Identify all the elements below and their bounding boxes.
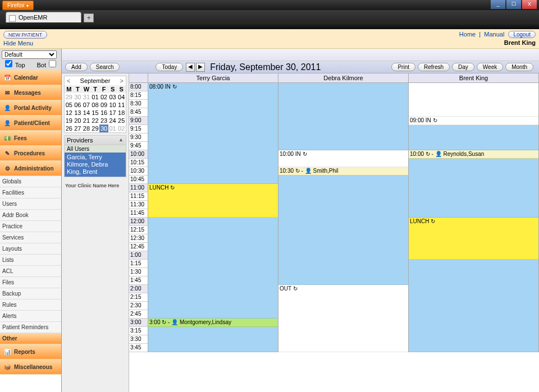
- top-checkbox[interactable]: Top: [4, 60, 25, 68]
- schedule-event[interactable]: 10:00 IN ↻: [278, 150, 408, 167]
- schedule-event[interactable]: [148, 218, 278, 319]
- time-slot[interactable]: 1:45: [129, 276, 148, 285]
- schedule-event[interactable]: [409, 125, 538, 150]
- minical-day[interactable]: 07: [82, 101, 91, 109]
- logout-button[interactable]: Logout: [508, 31, 536, 38]
- minical-day[interactable]: 30: [74, 93, 83, 101]
- minical-day[interactable]: 21: [82, 117, 91, 124]
- sidebar-item-calendar[interactable]: 📅Calendar: [0, 70, 61, 85]
- provider-column[interactable]: 10:00 IN ↻10:30 ↻ - 👤 Smith,PhilOUT ↻: [278, 83, 409, 352]
- sidebar-item-lists[interactable]: Lists: [0, 255, 61, 266]
- window-minimize-button[interactable]: _: [491, 0, 505, 9]
- sidebar-item-reports[interactable]: 📊Reports: [0, 344, 61, 359]
- time-slot[interactable]: 8:00: [129, 83, 148, 91]
- window-maximize-button[interactable]: ☐: [506, 0, 521, 9]
- minical-day[interactable]: 26: [65, 124, 74, 132]
- minical-day[interactable]: 14: [82, 109, 91, 117]
- sidebar-item-files[interactable]: Files: [0, 277, 61, 288]
- schedule-event[interactable]: OUT ↻: [278, 285, 408, 352]
- sidebar-item-portal-activity[interactable]: 👤Portal Activity: [0, 100, 61, 116]
- manual-link[interactable]: Manual: [484, 31, 504, 38]
- week-view-button[interactable]: Week: [477, 63, 503, 71]
- time-slot[interactable]: 9:00: [129, 117, 148, 125]
- minical-day[interactable]: 11: [117, 101, 126, 109]
- provider-column[interactable]: 08:00 IN ↻LUNCH ↻3:00 ↻ - 👤 Montgomery,L…: [148, 83, 278, 352]
- minical-day[interactable]: 27: [74, 124, 83, 132]
- minical-day[interactable]: 05: [65, 101, 74, 109]
- minical-prev[interactable]: <: [67, 77, 70, 84]
- time-slot[interactable]: 9:15: [129, 125, 148, 133]
- time-slot[interactable]: 2:00: [129, 285, 148, 293]
- schedule-event[interactable]: 10:00 ↻ - 👤 Reynolds,Susan: [409, 150, 538, 159]
- sidebar-item-addr-book[interactable]: Addr Book: [0, 210, 61, 221]
- month-view-button[interactable]: Month: [505, 63, 533, 71]
- time-slot[interactable]: 8:15: [129, 91, 148, 100]
- time-slot[interactable]: 2:30: [129, 302, 148, 310]
- sidebar-item-other[interactable]: Other: [0, 333, 61, 344]
- minical-day[interactable]: 23: [99, 117, 108, 124]
- time-slot[interactable]: 9:45: [129, 142, 148, 150]
- sidebar-item-globals[interactable]: Globals: [0, 176, 61, 187]
- schedule-event[interactable]: LUNCH ↻: [409, 218, 538, 260]
- time-slot[interactable]: 3:00: [129, 319, 148, 327]
- minical-day[interactable]: 12: [65, 109, 74, 117]
- time-slot[interactable]: 9:30: [129, 133, 148, 142]
- minical-day[interactable]: 04: [117, 93, 126, 101]
- search-button[interactable]: Search: [90, 63, 120, 71]
- time-slot[interactable]: 2:15: [129, 293, 148, 302]
- sidebar-item-backup[interactable]: Backup: [0, 288, 61, 299]
- next-day-button[interactable]: ▶: [196, 63, 205, 72]
- time-slot[interactable]: 1:15: [129, 260, 148, 268]
- minical-day[interactable]: 10: [108, 101, 117, 109]
- sidebar-item-administration[interactable]: ⚙Administration: [0, 161, 61, 176]
- minical-day[interactable]: 03: [108, 93, 117, 101]
- today-button[interactable]: Today: [156, 63, 183, 71]
- minical-day[interactable]: 02: [117, 124, 126, 132]
- providers-list[interactable]: Garcia, TerryKilmore, DebraKing, Brent: [65, 153, 126, 177]
- print-button[interactable]: Print: [391, 63, 415, 71]
- time-slot[interactable]: 12:30: [129, 234, 148, 243]
- providers-collapse-icon[interactable]: ▲: [118, 137, 124, 144]
- minical-day[interactable]: 30: [99, 124, 108, 132]
- schedule-event[interactable]: 08:00 IN ↻: [148, 83, 278, 184]
- time-slot[interactable]: 8:30: [129, 100, 148, 108]
- minical-day[interactable]: 08: [91, 101, 100, 109]
- sidebar-item-acl[interactable]: ACL: [0, 266, 61, 277]
- minical-day[interactable]: 28: [82, 124, 91, 132]
- schedule-event[interactable]: [148, 327, 278, 352]
- minical-day[interactable]: 17: [108, 109, 117, 117]
- provider-list-item[interactable]: King, Brent: [67, 168, 124, 176]
- sidebar-item-alerts[interactable]: Alerts: [0, 311, 61, 322]
- sidebar-item-practice[interactable]: Practice: [0, 221, 61, 232]
- sidebar-item-fees[interactable]: 💵Fees: [0, 131, 61, 146]
- new-patient-button[interactable]: NEW PATIENT: [3, 31, 47, 39]
- provider-list-item[interactable]: Kilmore, Debra: [67, 161, 124, 168]
- time-slot[interactable]: 1:00: [129, 251, 148, 260]
- sidebar-item-rules[interactable]: Rules: [0, 299, 61, 311]
- sidebar-select[interactable]: Default: [2, 50, 57, 59]
- time-slot[interactable]: 10:30: [129, 167, 148, 176]
- schedule-event[interactable]: [409, 83, 538, 117]
- new-tab-button[interactable]: +: [84, 13, 94, 22]
- time-slot[interactable]: 12:45: [129, 243, 148, 251]
- schedule-event[interactable]: LUNCH ↻: [148, 184, 278, 218]
- time-slot[interactable]: 12:15: [129, 226, 148, 234]
- time-slot[interactable]: 11:30: [129, 201, 148, 209]
- time-slot[interactable]: 3:45: [129, 344, 148, 352]
- minical-day[interactable]: 20: [74, 117, 83, 124]
- minical-day[interactable]: 19: [65, 117, 74, 124]
- minical-day[interactable]: 09: [99, 101, 108, 109]
- sidebar-item-miscellaneous[interactable]: 📦Miscellaneous: [0, 359, 61, 375]
- minical-day[interactable]: 06: [74, 101, 83, 109]
- mini-calendar[interactable]: < September > MTWTFSS2930310102030405060…: [64, 76, 126, 133]
- minical-day[interactable]: 02: [99, 93, 108, 101]
- minical-day[interactable]: 18: [117, 109, 126, 117]
- browser-tab[interactable]: OpenEMR: [6, 12, 81, 22]
- time-slot[interactable]: 10:00: [129, 150, 148, 159]
- time-slot[interactable]: 11:45: [129, 209, 148, 218]
- minical-day[interactable]: 01: [108, 124, 117, 132]
- prev-day-button[interactable]: ◀: [186, 63, 195, 72]
- minical-day[interactable]: 15: [91, 109, 100, 117]
- provider-column[interactable]: 09:00 IN ↻10:00 ↻ - 👤 Reynolds,SusanLUNC…: [409, 83, 539, 352]
- schedule-event[interactable]: [409, 159, 538, 218]
